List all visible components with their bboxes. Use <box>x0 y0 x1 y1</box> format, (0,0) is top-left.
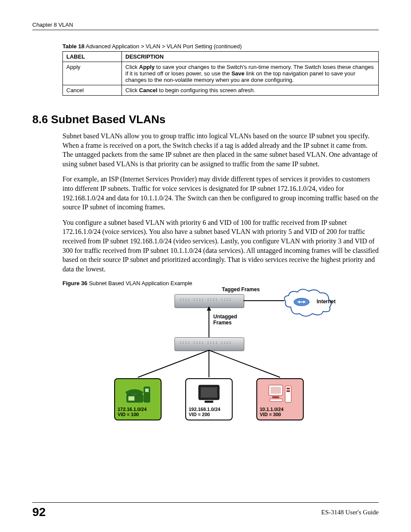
device-box-video: 192.168.1.0/24 VID = 200 <box>185 378 233 420</box>
settings-table: LABEL DESCRIPTION Apply Click Apply to s… <box>62 51 379 96</box>
table-caption-number: Table 18 <box>62 43 84 50</box>
device-vid: VID = 100 <box>118 412 158 417</box>
cell-label: Cancel <box>63 85 122 96</box>
table-row: Cancel Click Cancel to begin configuring… <box>63 85 379 96</box>
paragraph: For example, an ISP (Internet Services P… <box>62 174 379 212</box>
fanout-lines <box>114 349 304 380</box>
th-description: DESCRIPTION <box>122 52 379 62</box>
table-caption: Table 18 Advanced Application > VLAN > V… <box>62 43 379 50</box>
svg-rect-9 <box>201 387 217 398</box>
cell-description: Click Apply to save your changes to the … <box>122 62 379 85</box>
device-box-data: 10.1.1.0/24 VID = 300 <box>256 378 304 420</box>
section-heading: 8.6 Subnet Based VLANs <box>32 113 379 126</box>
cell-description: Click Cancel to begin configuring this s… <box>122 85 379 96</box>
svg-rect-10 <box>205 401 213 403</box>
arrow-up-icon <box>207 306 211 311</box>
footer-rule <box>32 502 379 503</box>
figure-caption: Figure 36 Subnet Based VLAN Application … <box>62 280 379 287</box>
device-subnet: 172.16.1.0/24 <box>118 407 158 412</box>
paragraph: You configure a subnet based VLAN with p… <box>62 218 379 274</box>
paragraph: Subnet based VLANs allow you to group tr… <box>62 131 379 168</box>
table-row: Apply Click Apply to save your changes t… <box>63 62 379 85</box>
label-internet: Internet <box>317 299 336 305</box>
diagram: Tagged Frames Internet Untagged Frames <box>62 290 379 428</box>
figure-caption-number: Figure 36 <box>62 280 87 286</box>
label-untagged-line1: Untagged <box>213 314 237 320</box>
svg-rect-13 <box>272 396 279 398</box>
figure-caption-text: Subnet Based VLAN Application Example <box>87 280 193 286</box>
guide-title: ES-3148 User's Guide <box>321 509 379 516</box>
device-vid: VID = 300 <box>260 412 300 417</box>
label-tagged-frames: Tagged Frames <box>222 286 260 292</box>
svg-line-1 <box>138 350 209 377</box>
connector-line <box>209 307 209 337</box>
device-subnet: 192.168.1.0/24 <box>189 407 229 412</box>
section-body: Subnet based VLANs allow you to group tr… <box>62 131 379 287</box>
chapter-header: Chapter 8 VLAN <box>32 22 379 28</box>
device-vid: VID = 200 <box>189 412 229 417</box>
table-caption-text: Advanced Application > VLAN > VLAN Port … <box>84 43 242 50</box>
page-number: 92 <box>32 505 46 519</box>
label-untagged-line2: Frames <box>213 320 232 326</box>
device-subnet: 10.1.1.0/24 <box>260 407 300 412</box>
page-footer: 92 ES-3148 User's Guide <box>32 502 379 519</box>
svg-rect-17 <box>286 390 290 392</box>
connector-line <box>243 300 284 301</box>
cell-label: Apply <box>63 62 122 85</box>
header-rule <box>32 30 379 30</box>
pc-icon <box>267 383 293 404</box>
svg-rect-14 <box>270 399 283 401</box>
device-box-voice: 172.16.1.0/24 VID = 100 <box>114 378 162 420</box>
phone-icon <box>125 383 151 404</box>
svg-rect-16 <box>286 388 290 389</box>
svg-rect-5 <box>128 396 134 401</box>
svg-rect-12 <box>271 387 281 394</box>
tv-icon <box>196 383 222 404</box>
th-label: LABEL <box>63 52 122 62</box>
label-untagged-frames: Untagged Frames <box>213 314 237 326</box>
svg-rect-7 <box>145 389 149 392</box>
svg-line-3 <box>209 350 280 377</box>
